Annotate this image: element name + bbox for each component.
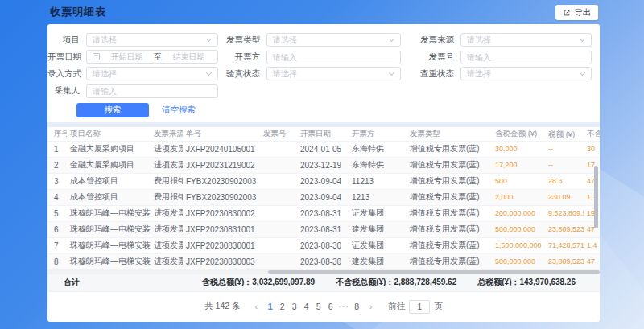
cell-project: 金融大厦采购项目 [67,157,151,173]
invoice-table: 序号项目名称发票来源单号发票号开票日期开票方发票类型含税金额 (¥)税额 (¥)… [47,127,600,270]
cell-source: 费用报销 [151,173,183,189]
cell-source: 进项发票 [151,237,183,253]
invoice-source-select-placeholder: 请选择 [467,35,491,46]
project-select[interactable]: 请选择 [86,33,218,47]
dup-status-select-placeholder: 请选择 [467,68,491,80]
cell-invoice_no [260,205,297,221]
cell-source: 进项发票 [151,253,183,269]
page-button-2[interactable]: 2 [276,302,288,311]
vertical-scrollbar[interactable] [594,166,598,228]
invoice-type-select[interactable]: 请选择 [266,33,401,47]
clear-search-link[interactable]: 清空搜索 [162,105,196,116]
export-icon [563,9,571,17]
column-header-amount_incl: 含税金额 (¥) [492,127,545,141]
column-header-source: 发票来源 [151,127,183,141]
dup-status-select[interactable]: 请选择 [460,67,592,80]
cell-doc_no: JXFP20230831001 [183,221,260,237]
page-button-8[interactable]: 8 [351,302,363,311]
chevron-down-icon [580,37,585,43]
issuer-input[interactable] [266,51,401,64]
horizontal-scrollbar[interactable] [268,270,600,274]
cell-date: 2023-09-04 [297,189,349,205]
cell-doc_no: JXFP20240105001 [183,141,260,157]
page-ellipsis[interactable]: ··· [336,302,351,311]
cell-project: 珠穆朗玛峰—电梯安装 [67,253,151,269]
invoice-source-select[interactable]: 请选择 [460,33,592,47]
filter-label-issuer: 开票方 [218,51,266,63]
cell-issuer: 1213 [349,189,407,205]
filter-label-project: 项目 [47,35,86,46]
export-button-label: 导出 [574,7,591,19]
cell-amount_excl: 47 [584,253,600,269]
cell-project: 成本管控项目 [67,189,151,205]
cell-no: 6 [47,221,67,237]
page-button-4[interactable]: 4 [300,302,312,311]
cell-date: 2023-08-30 [297,237,349,253]
prev-page-button[interactable]: ‹ [253,302,261,311]
cell-no: 1 [47,141,67,157]
export-button[interactable]: 导出 [555,5,598,20]
next-page-button[interactable]: › [367,302,375,311]
cell-project: 金融大厦采购项目 [67,141,151,157]
cell-invoice_no [260,237,297,253]
invoice-no-input[interactable] [460,51,592,64]
cell-issuer: 证发集团 [349,237,407,253]
entry-method-select[interactable]: 请选择 [86,67,218,80]
column-header-invoice_no: 发票号 [260,127,297,141]
summary-amount-excl-tax: 不含税总额(¥)：2,888,728,459.62 [336,277,456,288]
horizontal-scrollbar-track [47,270,600,274]
pagination-total-count: 共 142 条 [204,301,240,312]
filter-label-invoice-date: 开票日期 [47,51,86,63]
cell-type: 增值税专用发票(蓝) [407,189,492,205]
cell-tax: 23,809,523.81 [545,221,584,237]
cell-amount_excl: 30 [584,141,600,157]
cell-invoice_no [260,173,297,189]
table-row: 6珠穆朗玛峰—电梯安装进项发票JXFP202308310012023-08-31… [47,221,600,237]
cell-date: 2023-09-04 [297,173,349,189]
cell-no: 2 [47,157,67,173]
cell-type: 增值税专用发票(蓝) [407,157,492,173]
cell-doc_no: FYBX20230902003 [183,189,260,205]
cell-doc_no: JXFP20231219002 [183,157,260,173]
page-button-3[interactable]: 3 [288,302,300,311]
column-header-project: 项目名称 [67,127,151,141]
cell-issuer: 11213 [349,173,407,189]
filter-actions: 搜索 清空搜索 [76,103,600,117]
cell-invoice_no [260,141,297,157]
cell-type: 增值税专用发票(蓝) [407,205,492,221]
cell-date: 2024-01-05 [297,141,349,157]
cell-no: 4 [47,189,67,205]
page-list: 123456···8 [264,302,363,311]
cell-doc_no: JXFP20230830003 [183,253,260,269]
cell-date: 2023-08-31 [297,205,349,221]
cell-tax: 9,523,809.52 [545,205,584,221]
page-button-1[interactable]: 1 [264,302,276,311]
page-button-6[interactable]: 6 [324,302,336,311]
column-header-tax: 税额 (¥) [545,127,584,141]
cell-type: 增值税专用发票(蓝) [407,221,492,237]
cell-amount_incl: 500,000,000 [492,221,545,237]
end-date-placeholder: 结束日期 [166,51,212,63]
chevron-down-icon [389,37,394,43]
search-button[interactable]: 搜索 [76,103,149,117]
invoice-type-select-placeholder: 请选择 [273,35,297,46]
collector-input[interactable] [86,84,218,98]
cell-project: 珠穆朗玛峰—电梯安装 [67,205,151,221]
start-date-placeholder: 开始日期 [104,51,150,63]
cell-invoice_no [260,253,297,269]
cell-amount_incl: 500 [492,173,545,189]
column-header-type: 发票类型 [407,127,492,141]
cell-no: 3 [47,173,67,189]
column-header-issuer: 开票方 [349,127,407,141]
invoice-date-range-picker[interactable]: 开始日期 至 结束日期 [86,50,218,64]
filter-label-invoice-no: 发票号 [401,51,460,63]
cell-source: 费用报销 [151,189,183,205]
table-row: 2金融大厦采购项目进项发票JXFP202312190022023-12-19东海… [47,157,600,173]
cell-invoice_no [260,221,297,237]
date-range-separator: 至 [154,51,162,63]
table-row: 8珠穆朗玛峰—电梯安装进项发票JXFP202308300032023-08-30… [47,253,600,269]
verify-status-select[interactable]: 请选择 [266,67,401,80]
cell-doc_no: FYBX20230902003 [183,173,260,189]
page-button-5[interactable]: 5 [312,302,324,311]
goto-page-input[interactable] [409,300,430,314]
